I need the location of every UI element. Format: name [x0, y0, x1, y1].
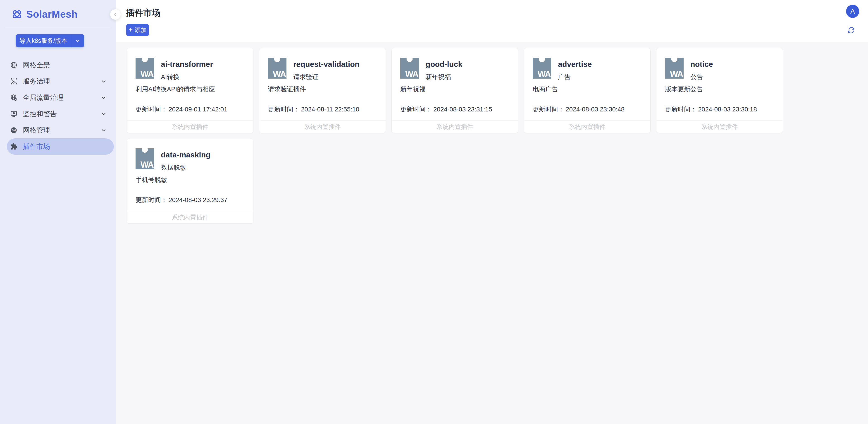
plugin-card-body: WA request-validation 请求验证 请求验证插件 更新时间： … — [259, 48, 385, 120]
plugin-description: 手机号脱敏 — [135, 176, 245, 184]
plugin-name: advertise — [558, 60, 592, 68]
updated-label: 更新时间： — [268, 105, 300, 114]
wasm-icon-label: WA — [405, 70, 418, 78]
plugin-updated-row: 更新时间： 2024-08-03 23:30:48 — [533, 105, 642, 114]
plugin-updated-row: 更新时间： 2024-08-03 23:31:15 — [400, 105, 509, 114]
avatar[interactable]: A — [846, 5, 859, 18]
plugin-description: 电商广告 — [533, 85, 642, 93]
plugin-alias: 请求验证 — [293, 74, 360, 80]
updated-value: 2024-08-03 23:29:37 — [168, 196, 227, 204]
wasm-plugin-icon: WA — [533, 58, 551, 79]
sidebar-item-label: 插件市场 — [23, 142, 50, 151]
plugin-card-footer: 系统内置插件 — [127, 120, 253, 133]
builtin-plugin-badge: 系统内置插件 — [436, 123, 473, 131]
plugin-description: 利用AI转换API的请求与相应 — [135, 85, 245, 93]
add-plugin-button-label: 添加 — [134, 26, 147, 34]
sidebar-item-label: 网格管理 — [23, 126, 50, 135]
plugin-card-notice[interactable]: WA notice 公告 版本更新公告 更新时间： 2024-08-03 23:… — [656, 48, 783, 133]
plugin-card-ai-transformer[interactable]: WA ai-transformer AI转换 利用AI转换API的请求与相应 更… — [127, 48, 253, 133]
plugin-description: 新年祝福 — [400, 85, 509, 93]
plugin-alias: AI转换 — [161, 74, 213, 80]
wasm-plugin-icon: WA — [135, 58, 154, 79]
plugin-card-footer: 系统内置插件 — [392, 120, 518, 133]
plugin-card-body: WA advertise 广告 电商广告 更新时间： 2024-08-03 23… — [524, 48, 650, 120]
chevron-left-icon — [113, 12, 118, 17]
plus-icon: + — [128, 26, 133, 33]
builtin-plugin-badge: 系统内置插件 — [701, 123, 738, 131]
plugin-card-footer: 系统内置插件 — [259, 120, 385, 133]
plugin-card-body: WA ai-transformer AI转换 利用AI转换API的请求与相应 更… — [127, 48, 253, 120]
plugin-card-footer: 系统内置插件 — [524, 120, 650, 133]
chevron-down-icon — [101, 111, 106, 117]
plugin-alias: 数据脱敏 — [161, 164, 211, 171]
plugin-updated-row: 更新时间： 2024-08-03 23:30:18 — [665, 105, 774, 114]
main-content: 插件市场 + 添加 A WA ai-transformer AI转换 利用AI转… — [116, 0, 868, 424]
page-title: 插件市场 — [126, 8, 160, 18]
plugin-card-data-masking[interactable]: WA data-masking 数据脱敏 手机号脱敏 更新时间： 2024-08… — [127, 139, 253, 224]
updated-value: 2024-08-11 22:55:10 — [301, 106, 359, 113]
globe-gear-icon — [10, 94, 18, 101]
plugin-alias: 广告 — [558, 74, 592, 80]
builtin-plugin-badge: 系统内置插件 — [172, 214, 208, 222]
updated-label: 更新时间： — [533, 105, 564, 114]
svg-text:SM: SM — [12, 129, 16, 132]
plugin-card-advertise[interactable]: WA advertise 广告 电商广告 更新时间： 2024-08-03 23… — [524, 48, 651, 133]
wasm-icon-notch — [142, 146, 148, 153]
plugin-description: 版本更新公告 — [665, 85, 774, 93]
sidebar-collapse-button[interactable] — [110, 9, 121, 20]
builtin-plugin-badge: 系统内置插件 — [569, 123, 606, 131]
page-header: 插件市场 + 添加 A — [116, 0, 868, 42]
chevron-down-icon[interactable] — [71, 38, 84, 44]
updated-label: 更新时间： — [400, 105, 432, 114]
sidebar: SolarMesh 导入k8s服务/版本 网格全景 服务治理 全局流量治理 监控… — [0, 0, 116, 424]
chevron-down-icon — [101, 127, 106, 133]
updated-value: 2024-08-03 23:31:15 — [433, 106, 492, 113]
sidebar-item-label: 网格全景 — [23, 60, 50, 70]
sidebar-item-mesh-management[interactable]: SM 网格管理 — [7, 122, 114, 138]
plugin-card-request-validation[interactable]: WA request-validation 请求验证 请求验证插件 更新时间： … — [259, 48, 386, 133]
refresh-icon[interactable] — [847, 26, 855, 34]
wasm-icon-notch — [274, 56, 280, 62]
import-button-row: 导入k8s服务/版本 — [0, 28, 116, 47]
chevron-down-icon — [101, 95, 106, 101]
sm-badge-icon: SM — [10, 126, 18, 134]
plugin-card-body: WA data-masking 数据脱敏 手机号脱敏 更新时间： 2024-08… — [127, 139, 253, 211]
plugin-description: 请求验证插件 — [268, 85, 377, 93]
chevron-down-icon — [101, 78, 106, 84]
plugin-name: ai-transformer — [161, 60, 213, 68]
plugin-name: request-validation — [293, 60, 360, 68]
sidebar-item-label: 全局流量治理 — [23, 93, 64, 103]
plugin-alias: 公告 — [690, 74, 713, 80]
wasm-plugin-icon: WA — [135, 148, 154, 169]
wasm-icon-label: WA — [538, 70, 551, 78]
plugin-card-footer: 系统内置插件 — [656, 120, 783, 133]
sidebar-item-label: 监控和警告 — [23, 109, 57, 119]
plugin-card-body: WA good-luck 新年祝福 新年祝福 更新时间： 2024-08-03 … — [392, 48, 518, 120]
wasm-plugin-icon: WA — [665, 58, 684, 79]
wasm-icon-label: WA — [141, 160, 153, 169]
sidebar-item-mesh-overview[interactable]: 网格全景 — [7, 57, 114, 73]
add-plugin-button[interactable]: + 添加 — [126, 24, 149, 36]
import-k8s-button[interactable]: 导入k8s服务/版本 — [16, 34, 84, 47]
updated-value: 2024-08-03 23:30:48 — [566, 106, 624, 113]
puzzle-icon — [10, 143, 18, 150]
updated-label: 更新时间： — [135, 196, 167, 204]
sidebar-menu: 网格全景 服务治理 全局流量治理 监控和警告 SM 网格管理 插件市场 — [0, 57, 116, 155]
sidebar-item-plugin-market[interactable]: 插件市场 — [7, 138, 114, 155]
wasm-icon-label: WA — [273, 70, 286, 78]
plugin-updated-row: 更新时间： 2024-09-01 17:42:01 — [135, 105, 245, 114]
plugin-card-good-luck[interactable]: WA good-luck 新年祝福 新年祝福 更新时间： 2024-08-03 … — [392, 48, 518, 133]
wasm-icon-notch — [407, 56, 413, 62]
plugin-updated-row: 更新时间： 2024-08-03 23:29:37 — [135, 196, 245, 204]
wasm-plugin-icon: WA — [268, 58, 286, 79]
sidebar-item-global-traffic[interactable]: 全局流量治理 — [7, 89, 114, 106]
wasm-icon-label: WA — [141, 70, 153, 78]
builtin-plugin-badge: 系统内置插件 — [172, 123, 208, 131]
plugin-updated-row: 更新时间： 2024-08-11 22:55:10 — [268, 105, 377, 114]
plugin-alias: 新年祝福 — [426, 74, 462, 80]
sidebar-item-service-governance[interactable]: 服务治理 — [7, 73, 114, 89]
wasm-plugin-icon: WA — [400, 58, 419, 79]
sidebar-item-monitoring-alerts[interactable]: 监控和警告 — [7, 106, 114, 122]
mesh-dots-icon — [10, 78, 18, 85]
updated-value: 2024-08-03 23:30:18 — [698, 106, 757, 113]
